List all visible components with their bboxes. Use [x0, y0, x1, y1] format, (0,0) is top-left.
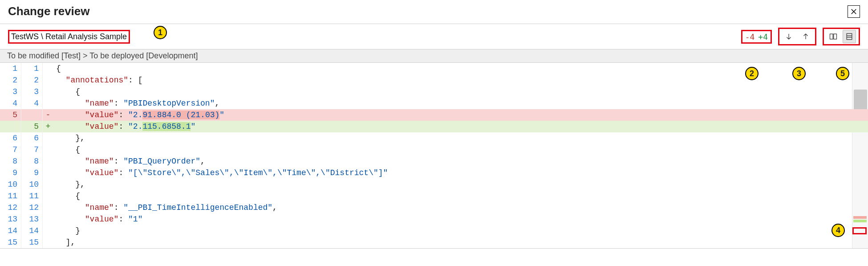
- side-by-side-view-button[interactable]: [827, 30, 840, 43]
- line-number-right: 6: [21, 132, 43, 144]
- svg-rect-1: [834, 34, 837, 39]
- diff-row: 33 {: [0, 86, 868, 98]
- diff-sign: [43, 213, 53, 225]
- diff-sign: [43, 63, 53, 74]
- line-number-left: 10: [0, 179, 21, 190]
- inline-view-button[interactable]: [843, 30, 856, 43]
- added-count: +4: [758, 32, 768, 41]
- close-button[interactable]: [848, 5, 860, 18]
- next-change-button[interactable]: [782, 30, 795, 43]
- line-number-left: 7: [0, 144, 21, 156]
- removed-count: -4: [745, 32, 755, 41]
- dialog-header: Change review: [0, 0, 868, 24]
- code-content: "value": "2.91.884.0 (21.03)": [53, 109, 868, 121]
- code-content: "value": "2.115.6858.1": [53, 121, 868, 132]
- line-number-right: 5: [21, 121, 43, 132]
- nav-arrows: [778, 28, 816, 45]
- split-view-icon: [829, 32, 838, 41]
- line-number-right: 3: [21, 86, 43, 98]
- code-content: "name": "PBI_QueryOrder",: [53, 156, 868, 167]
- diff-row: 1212 "name": "__PBI_TimeIntelligenceEnab…: [0, 202, 868, 213]
- line-number-left: [0, 121, 21, 132]
- diff-sign: [43, 132, 53, 144]
- diff-view[interactable]: 11{22 "annotations": [33 {44 "name": "PB…: [0, 63, 868, 249]
- callout-1: 1: [154, 26, 167, 39]
- diff-subheader: To be modified [Test] > To be deployed […: [0, 49, 868, 63]
- line-number-left: 8: [0, 156, 21, 167]
- callout-3: 3: [792, 67, 806, 80]
- view-mode-toggle: [823, 28, 860, 45]
- code-content: "value": "1": [53, 213, 868, 225]
- line-number-right: 2: [21, 74, 43, 86]
- line-number-right: 12: [21, 202, 43, 213]
- diff-row: 1010 },: [0, 179, 868, 190]
- line-number-right: [21, 109, 43, 121]
- diff-sign: +: [43, 121, 53, 132]
- diff-sign: [43, 74, 53, 86]
- line-number-right: 11: [21, 190, 43, 202]
- code-content: ],: [53, 237, 868, 248]
- code-content: "value": "[\"Store\",\"Sales\",\"Item\",…: [53, 167, 868, 179]
- line-number-right: 4: [21, 98, 43, 109]
- diff-sign: [43, 190, 53, 202]
- line-number-left: 3: [0, 86, 21, 98]
- line-number-right: 15: [21, 237, 43, 248]
- close-icon: [850, 8, 858, 16]
- code-content: },: [53, 179, 868, 190]
- diff-row: 1111 {: [0, 190, 868, 202]
- callout-2: 2: [745, 67, 758, 80]
- diff-row: 1313 "value": "1": [0, 213, 868, 225]
- code-content: {: [53, 144, 868, 156]
- diff-sign: [43, 237, 53, 248]
- diff-sign: -: [43, 109, 53, 121]
- change-counts: -4 +4: [741, 30, 772, 44]
- line-number-left: 13: [0, 213, 21, 225]
- diff-sign: [43, 98, 53, 109]
- line-number-left: 11: [0, 190, 21, 202]
- diff-row: 44 "name": "PBIDesktopVersion",: [0, 98, 868, 109]
- prev-change-button[interactable]: [799, 30, 812, 43]
- line-number-right: 13: [21, 213, 43, 225]
- diff-row: 11{: [0, 63, 868, 74]
- diff-sign: [43, 144, 53, 156]
- code-content: {: [53, 86, 868, 98]
- diff-sign: [43, 202, 53, 213]
- line-number-right: 8: [21, 156, 43, 167]
- inline-view-icon: [845, 32, 854, 41]
- line-number-right: 7: [21, 144, 43, 156]
- code-content: "name": "__PBI_TimeIntelligenceEnabled",: [53, 202, 868, 213]
- callout-5: 5: [836, 67, 849, 80]
- diff-sign: [43, 225, 53, 237]
- line-number-left: 6: [0, 132, 21, 144]
- diff-sign: [43, 167, 53, 179]
- diff-row: 77 {: [0, 144, 868, 156]
- line-number-right: 9: [21, 167, 43, 179]
- diff-sign: [43, 179, 53, 190]
- code-content: },: [53, 132, 868, 144]
- diff-row: 99 "value": "[\"Store\",\"Sales\",\"Item…: [0, 167, 868, 179]
- diff-row: 66 },: [0, 132, 868, 144]
- code-content: {: [53, 190, 868, 202]
- diff-row: 1414 }: [0, 225, 868, 237]
- code-content: "name": "PBIDesktopVersion",: [53, 98, 868, 109]
- code-content: }: [53, 225, 868, 237]
- line-number-left: 14: [0, 225, 21, 237]
- line-number-left: 2: [0, 74, 21, 86]
- line-number-right: 14: [21, 225, 43, 237]
- arrow-down-icon: [785, 33, 793, 41]
- breadcrumb: TestWS \ Retail Analysis Sample: [8, 30, 130, 44]
- svg-rect-2: [847, 33, 852, 39]
- line-number-left: 5: [0, 109, 21, 121]
- diff-row: 22 "annotations": [: [0, 74, 868, 86]
- diff-row: 5- "value": "2.91.884.0 (21.03)": [0, 109, 868, 121]
- line-number-left: 1: [0, 63, 21, 74]
- diff-row: 5+ "value": "2.115.6858.1": [0, 121, 868, 132]
- line-number-left: 4: [0, 98, 21, 109]
- line-number-left: 15: [0, 237, 21, 248]
- callout-4: 4: [831, 224, 845, 237]
- line-number-right: 1: [21, 63, 43, 74]
- svg-rect-0: [830, 34, 833, 39]
- dialog-title: Change review: [8, 4, 90, 18]
- toolbar: TestWS \ Retail Analysis Sample -4 +4: [0, 24, 868, 49]
- line-number-left: 12: [0, 202, 21, 213]
